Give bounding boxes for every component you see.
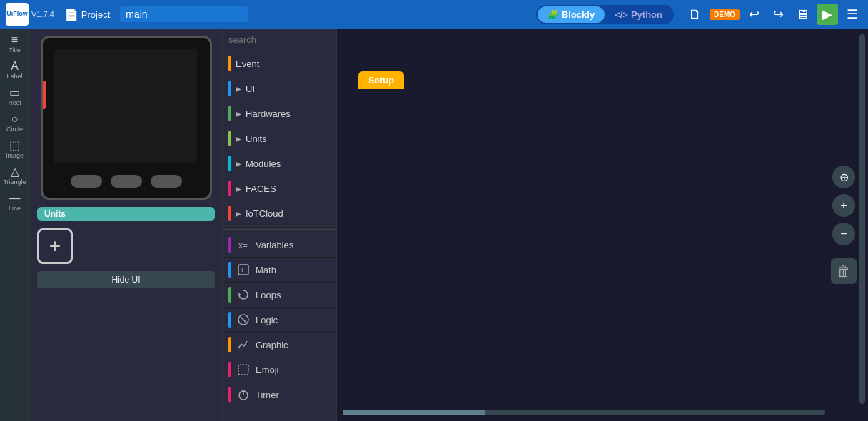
sub-graphic[interactable]: Graphic bbox=[223, 333, 336, 357]
units-label: Units bbox=[246, 133, 267, 144]
hide-ui-button[interactable]: Hide UI bbox=[37, 271, 215, 288]
category-faces[interactable]: ▶ FACES bbox=[223, 176, 336, 201]
sub-math[interactable]: + Math bbox=[223, 258, 336, 283]
image-tool[interactable]: ⬚ Image bbox=[1, 137, 29, 162]
device-btn-2[interactable] bbox=[111, 175, 142, 188]
variables-label: Variables bbox=[256, 240, 293, 250]
logic-icon bbox=[236, 312, 251, 328]
iot-color-bar bbox=[228, 206, 231, 221]
emoji-label: Emoji bbox=[256, 365, 279, 375]
mode-toggle: 🧩 Blockly </> Python bbox=[536, 5, 674, 24]
circle-icon: ○ bbox=[11, 113, 19, 125]
canvas-area[interactable]: Setup ⊕ + − 🗑 bbox=[337, 29, 868, 421]
line-tool[interactable]: — Line bbox=[1, 190, 29, 215]
image-icon: ⬚ bbox=[9, 140, 20, 151]
screen-button[interactable]: 🖥 bbox=[792, 4, 812, 24]
var-bar bbox=[228, 237, 231, 253]
device-red-bar bbox=[43, 81, 46, 109]
ui-label: UI bbox=[246, 83, 255, 94]
device-btn-1[interactable] bbox=[71, 175, 102, 188]
category-event[interactable]: Event bbox=[223, 51, 336, 76]
hw-color-bar bbox=[228, 106, 231, 121]
zoom-out-button[interactable]: − bbox=[832, 223, 855, 245]
topbar-actions: 🗋 DEMO ↩ ↪ 🖥 ▶ ☰ bbox=[685, 4, 862, 25]
math-icon: + bbox=[236, 262, 251, 278]
search-input[interactable] bbox=[228, 34, 348, 45]
canvas-scrollbar-h[interactable] bbox=[343, 410, 825, 415]
logic-label: Logic bbox=[256, 315, 278, 325]
run-button[interactable]: ▶ bbox=[817, 4, 838, 25]
category-hardwares[interactable]: ▶ Hardwares bbox=[223, 101, 336, 126]
svg-rect-5 bbox=[238, 365, 248, 375]
graphic-icon bbox=[236, 337, 251, 352]
loops-icon bbox=[236, 287, 251, 303]
title-icon: ≡ bbox=[11, 34, 18, 46]
timer-icon bbox=[236, 387, 251, 402]
sub-emoji[interactable]: Emoji bbox=[223, 357, 336, 382]
divider bbox=[223, 229, 336, 230]
setup-block[interactable]: Setup bbox=[358, 71, 404, 89]
blocks-list: Event ▶ UI ▶ Hardwares ▶ Units ▶ Modules bbox=[223, 51, 336, 421]
mod-arrow: ▶ bbox=[236, 160, 241, 168]
event-label: Event bbox=[236, 59, 259, 69]
iot-label: IoTCloud bbox=[246, 208, 283, 219]
hw-arrow: ▶ bbox=[236, 110, 241, 118]
math-bar bbox=[228, 262, 231, 278]
redo-button[interactable]: ↪ bbox=[768, 4, 788, 24]
circle-tool[interactable]: ○ Circle bbox=[1, 111, 29, 136]
left-sidebar: ≡ Title A Label ▭ Rect ○ Circle ⬚ Image … bbox=[0, 29, 30, 421]
rect-tool[interactable]: ▭ Rect bbox=[1, 84, 29, 109]
sub-logic[interactable]: Logic bbox=[223, 308, 336, 333]
filename-input[interactable] bbox=[120, 6, 248, 22]
faces-color-bar bbox=[228, 181, 231, 196]
mod-label: Modules bbox=[246, 158, 281, 169]
label-icon: A bbox=[11, 61, 19, 72]
math-label: Math bbox=[256, 265, 276, 275]
compass-button[interactable]: ⊕ bbox=[832, 166, 855, 188]
graphic-label: Graphic bbox=[256, 340, 288, 350]
device-buttons bbox=[43, 175, 210, 188]
sub-variables[interactable]: x= Variables bbox=[223, 233, 336, 258]
menu-button[interactable]: ☰ bbox=[842, 4, 862, 24]
timer-label: Timer bbox=[256, 390, 279, 400]
label-tool[interactable]: A Label bbox=[1, 58, 29, 83]
code-icon: </> bbox=[615, 9, 628, 20]
puzzle-icon: 🧩 bbox=[547, 9, 559, 20]
triangle-tool[interactable]: △ Triangle bbox=[1, 163, 29, 188]
loops-bar bbox=[228, 287, 231, 303]
new-file-button[interactable]: 🗋 bbox=[685, 4, 705, 24]
faces-label: FACES bbox=[246, 183, 276, 194]
category-ui[interactable]: ▶ UI bbox=[223, 76, 336, 101]
timer-bar bbox=[228, 387, 231, 402]
project-button[interactable]: 📄 Project bbox=[60, 6, 114, 23]
logic-bar bbox=[228, 312, 231, 328]
blocks-panel: 🔍 Event ▶ UI ▶ Hardwares ▶ Units bbox=[223, 29, 337, 421]
faces-arrow: ▶ bbox=[236, 185, 241, 193]
main-layout: ≡ Title A Label ▭ Rect ○ Circle ⬚ Image … bbox=[0, 29, 868, 421]
units-color-bar bbox=[228, 131, 231, 146]
device-screen bbox=[41, 36, 212, 200]
category-iotcloud[interactable]: ▶ IoTCloud bbox=[223, 201, 336, 226]
python-mode-button[interactable]: </> Python bbox=[605, 6, 672, 23]
sub-timer[interactable]: Timer bbox=[223, 382, 336, 407]
device-btn-3[interactable] bbox=[151, 175, 182, 188]
blockly-mode-button[interactable]: 🧩 Blockly bbox=[538, 6, 605, 23]
title-tool[interactable]: ≡ Title bbox=[1, 31, 29, 56]
svg-text:x=: x= bbox=[238, 240, 248, 250]
trash-button[interactable]: 🗑 bbox=[831, 258, 857, 284]
units-badge[interactable]: Units bbox=[37, 207, 215, 221]
iot-arrow: ▶ bbox=[236, 210, 241, 218]
canvas-scrollbar-v[interactable] bbox=[859, 34, 865, 404]
add-unit-button[interactable]: + bbox=[37, 228, 73, 264]
line-icon: — bbox=[9, 193, 21, 204]
svg-line-4 bbox=[241, 317, 246, 323]
screen-inner bbox=[54, 49, 197, 163]
undo-button[interactable]: ↩ bbox=[744, 4, 764, 24]
zoom-in-button[interactable]: + bbox=[832, 194, 855, 217]
units-arrow: ▶ bbox=[236, 135, 241, 143]
hw-label: Hardwares bbox=[246, 108, 291, 119]
sub-loops[interactable]: Loops bbox=[223, 283, 336, 308]
category-modules[interactable]: ▶ Modules bbox=[223, 151, 336, 176]
scrollbar-thumb-h bbox=[343, 410, 485, 415]
category-units[interactable]: ▶ Units bbox=[223, 126, 336, 151]
